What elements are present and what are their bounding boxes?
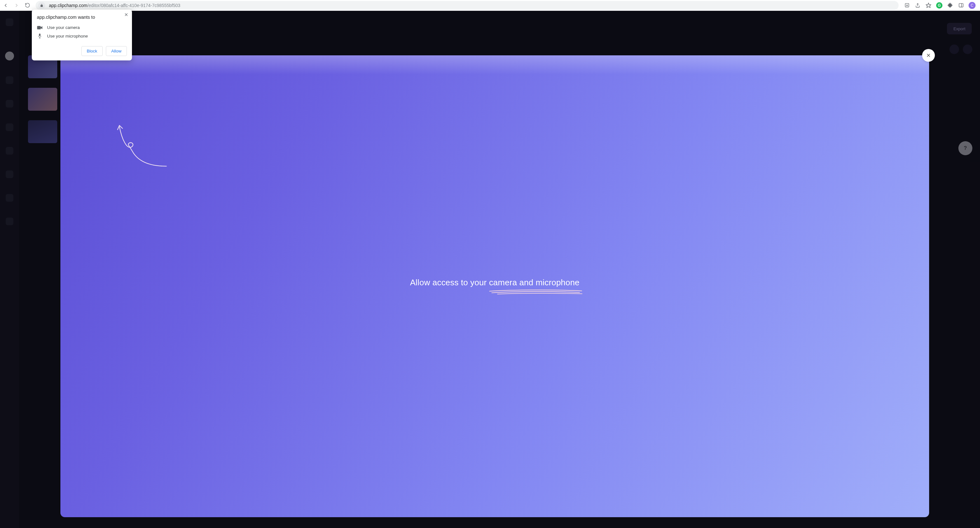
back-button[interactable] <box>3 2 9 9</box>
url-text: app.clipchamp.com/editor/080afc14-affc-4… <box>49 3 180 8</box>
allow-button[interactable]: Allow <box>106 46 127 56</box>
lock-icon[interactable] <box>38 2 45 9</box>
reload-button[interactable] <box>24 2 30 9</box>
app-background: Import media Record & create Export ? Al… <box>0 11 980 528</box>
permission-instruction-modal: Allow access to your camera and micropho… <box>60 55 929 517</box>
browser-right-icons: G C <box>902 2 977 9</box>
block-button[interactable]: Block <box>81 46 103 56</box>
permission-item-microphone: Use your microphone <box>37 32 127 40</box>
underline-scribble-icon <box>488 289 583 295</box>
arrow-swoosh-icon <box>115 122 170 176</box>
microphone-icon <box>37 33 43 39</box>
share-icon[interactable] <box>915 2 921 9</box>
svg-marker-1 <box>926 3 931 7</box>
svg-rect-9 <box>39 33 41 36</box>
permission-item-label: Use your camera <box>47 25 80 30</box>
modal-header-band <box>60 55 929 75</box>
svg-rect-2 <box>959 3 963 7</box>
permission-item-camera: Use your camera <box>37 24 127 32</box>
browser-permission-popup: app.clipchamp.com wants to Use your came… <box>32 10 132 61</box>
install-app-icon[interactable] <box>904 2 910 9</box>
extensions-icon[interactable] <box>947 2 953 9</box>
address-bar[interactable]: app.clipchamp.com/editor/080afc14-affc-4… <box>36 1 899 10</box>
close-icon <box>124 13 128 16</box>
side-panel-icon[interactable] <box>958 2 964 9</box>
url-domain: app.clipchamp.com <box>49 3 88 8</box>
modal-close-button[interactable] <box>922 49 935 62</box>
permission-title: app.clipchamp.com wants to <box>37 14 127 20</box>
modal-center-content: Allow access to your camera and micropho… <box>410 278 580 295</box>
grammarly-extension-icon[interactable]: G <box>936 2 942 9</box>
url-path: /editor/080afc14-affc-410e-9174-7c98555b… <box>88 3 180 8</box>
camera-icon <box>37 26 43 30</box>
profile-avatar[interactable]: C <box>969 2 975 9</box>
forward-button[interactable] <box>13 2 20 9</box>
browser-toolbar: app.clipchamp.com/editor/080afc14-affc-4… <box>0 0 980 11</box>
close-icon <box>926 53 931 58</box>
permission-item-label: Use your microphone <box>47 34 88 38</box>
nav-buttons <box>3 2 30 9</box>
permission-actions: Block Allow <box>37 46 127 56</box>
permission-close-button[interactable] <box>124 13 128 18</box>
bookmark-star-icon[interactable] <box>925 2 932 9</box>
svg-rect-8 <box>37 26 41 29</box>
modal-headline: Allow access to your camera and micropho… <box>410 278 580 287</box>
